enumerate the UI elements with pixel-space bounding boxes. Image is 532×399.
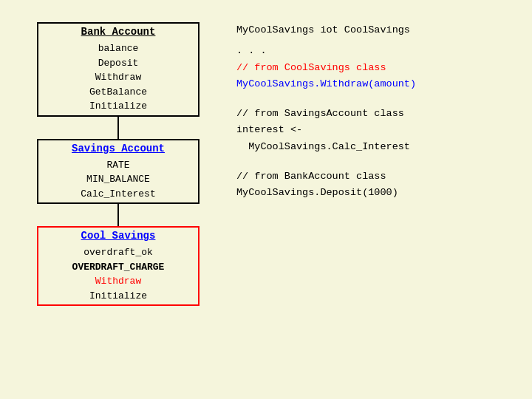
code-section-4: // from BankAccount class MyCoolSavings.… bbox=[236, 168, 517, 202]
cool-savings-member-overdraft-charge: OVERDRAFT_CHARGE bbox=[43, 260, 194, 275]
connector-2 bbox=[117, 204, 119, 226]
savings-account-name: Savings Account bbox=[38, 140, 198, 157]
cool-savings-member-initialize: Initialize bbox=[43, 289, 194, 304]
code-line-1: MyCoolSavings iot CoolSavings bbox=[236, 22, 517, 38]
code-column: MyCoolSavings iot CoolSavings . . . // f… bbox=[236, 15, 517, 384]
bank-account-member-deposit: Deposit bbox=[43, 56, 194, 71]
code-line-9: MyCoolSavings.Deposit(1000) bbox=[236, 185, 517, 201]
code-line-4: MyCoolSavings.Withdraw(amount) bbox=[236, 76, 517, 92]
code-line-7: MyCoolSavings.Calc_Interest bbox=[236, 139, 517, 155]
savings-account-member-rate: RATE bbox=[43, 158, 194, 173]
code-line-8: // from BankAccount class bbox=[236, 168, 517, 185]
code-section-2: . . . // from CoolSavings class MyCoolSa… bbox=[236, 43, 517, 92]
bank-account-name: Bank Account bbox=[38, 24, 198, 40]
code-section-3: // from SavingsAccount class interest <-… bbox=[236, 106, 517, 155]
savings-account-member-min-balance: MIN_BALANCE bbox=[43, 172, 194, 187]
connector-1 bbox=[117, 117, 119, 139]
diagram-column: Bank Account balance Deposit Withdraw Ge… bbox=[15, 15, 222, 384]
cool-savings-member-overdraft-ok: overdraft_ok bbox=[43, 245, 194, 260]
bank-account-member-initialize: Initialize bbox=[43, 99, 194, 114]
main-container: Bank Account balance Deposit Withdraw Ge… bbox=[0, 0, 532, 399]
code-line-2: . . . bbox=[236, 43, 517, 59]
cool-savings-box: Cool Savings overdraft_ok OVERDRAFT_CHAR… bbox=[37, 226, 200, 306]
bank-account-member-withdraw: Withdraw bbox=[43, 70, 194, 85]
cool-savings-members: overdraft_ok OVERDRAFT_CHARGE Withdraw I… bbox=[38, 244, 198, 304]
bank-account-box: Bank Account balance Deposit Withdraw Ge… bbox=[37, 22, 200, 117]
savings-account-members: RATE MIN_BALANCE Calc_Interest bbox=[38, 157, 198, 203]
code-section-1: MyCoolSavings iot CoolSavings bbox=[236, 22, 517, 38]
cool-savings-name: Cool Savings bbox=[38, 228, 198, 244]
bank-account-member-balance: balance bbox=[43, 41, 194, 56]
bank-account-members: balance Deposit Withdraw GetBalance Init… bbox=[38, 40, 198, 115]
code-line-5: // from SavingsAccount class bbox=[236, 106, 517, 122]
bank-account-member-getbalance: GetBalance bbox=[43, 85, 194, 100]
savings-account-member-calc-interest: Calc_Interest bbox=[43, 187, 194, 202]
cool-savings-member-withdraw: Withdraw bbox=[43, 274, 194, 289]
code-line-6: interest <- bbox=[236, 122, 517, 138]
savings-account-box: Savings Account RATE MIN_BALANCE Calc_In… bbox=[37, 139, 200, 205]
code-line-3: // from CoolSavings class bbox=[236, 60, 517, 76]
